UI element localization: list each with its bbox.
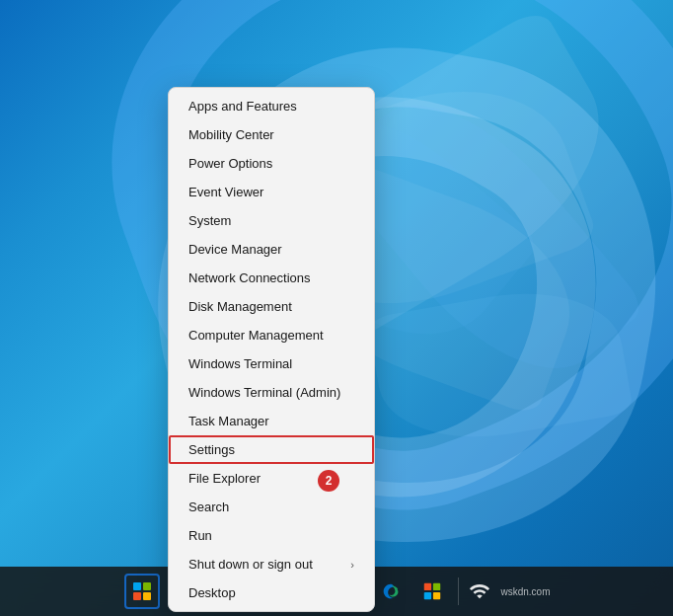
- menu-item-run[interactable]: Run: [169, 521, 374, 550]
- edge-icon: [380, 580, 402, 602]
- menu-item-power-options[interactable]: Power Options: [169, 149, 374, 178]
- taskbar-separator: [458, 578, 459, 605]
- menu-item-system[interactable]: System: [169, 206, 374, 235]
- svg-rect-16: [433, 592, 440, 599]
- menu-item-windows-terminal-admin[interactable]: Windows Terminal (Admin): [169, 378, 374, 407]
- menu-item-event-viewer[interactable]: Event Viewer: [169, 178, 374, 206]
- menu-item-computer-management[interactable]: Computer Management: [169, 321, 374, 349]
- menu-item-device-manager[interactable]: Device Manager: [169, 235, 374, 264]
- store-button[interactable]: [412, 572, 452, 611]
- menu-item-apps-features[interactable]: Apps and Features: [169, 92, 374, 120]
- context-menu: 2 Apps and Features Mobility Center Powe…: [168, 87, 375, 612]
- menu-item-task-manager[interactable]: Task Manager: [169, 407, 374, 435]
- menu-item-desktop[interactable]: Desktop: [169, 578, 374, 607]
- watermark-text: wskdn.com: [500, 586, 550, 597]
- menu-item-disk-management[interactable]: Disk Management: [169, 292, 374, 321]
- menu-item-file-explorer[interactable]: File Explorer: [169, 464, 374, 493]
- svg-rect-13: [424, 583, 431, 590]
- submenu-arrow-icon: ›: [350, 559, 354, 571]
- store-icon: [421, 580, 443, 602]
- menu-item-network-connections[interactable]: Network Connections: [169, 264, 374, 292]
- svg-rect-15: [424, 592, 431, 599]
- start-button[interactable]: [122, 572, 162, 611]
- menu-item-mobility-center[interactable]: Mobility Center: [169, 120, 374, 149]
- network-button[interactable]: [465, 572, 494, 611]
- menu-item-search[interactable]: Search: [169, 493, 374, 521]
- windows-logo-icon: [133, 582, 151, 600]
- edge-button[interactable]: [371, 572, 411, 611]
- menu-item-windows-terminal[interactable]: Windows Terminal: [169, 349, 374, 378]
- menu-item-shut-down[interactable]: Shut down or sign out ›: [169, 550, 374, 578]
- svg-rect-14: [433, 583, 440, 590]
- menu-badge: 2: [318, 470, 339, 492]
- menu-item-settings[interactable]: Settings: [169, 435, 374, 464]
- desktop: 2 Apps and Features Mobility Center Powe…: [0, 0, 673, 616]
- network-icon: [469, 580, 490, 602]
